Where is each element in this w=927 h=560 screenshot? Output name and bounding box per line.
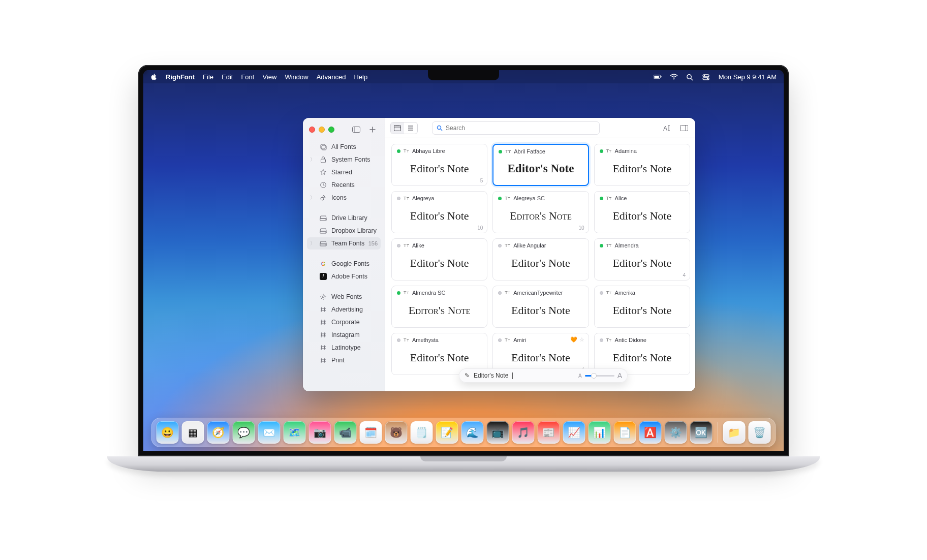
dock-app-icon[interactable]: 💬 — [233, 421, 255, 444]
truetype-icon: Tᴛ — [404, 243, 409, 248]
sidebar-item-all-fonts[interactable]: All Fonts — [307, 141, 381, 153]
font-card[interactable]: TᴛAdaminaEditor's Note — [594, 144, 690, 186]
sidebar-item-starred[interactable]: Starred — [307, 166, 381, 178]
font-card[interactable]: TᴛAlikeEditor's Note — [391, 238, 487, 281]
font-card[interactable]: TᴛAbhaya LibreEditor's Note5 — [391, 144, 487, 186]
dock-app-icon[interactable]: 📺 — [487, 421, 509, 444]
toggle-inspector-icon[interactable] — [678, 122, 690, 134]
dock-app-icon[interactable]: 🗑️ — [749, 421, 771, 444]
font-toolbar: A — [385, 118, 695, 138]
sidebar-item-advertising[interactable]: Advertising — [307, 303, 381, 316]
font-name: Alike — [412, 242, 424, 248]
truetype-icon: Tᴛ — [606, 196, 612, 201]
dock-app-icon[interactable]: 🗺️ — [284, 421, 306, 444]
sidebar-item-adobe-fonts[interactable]: fAdobe Fonts — [307, 270, 381, 283]
battery-icon[interactable] — [654, 74, 662, 80]
truetype-icon: Tᴛ — [606, 290, 612, 295]
status-dot — [397, 197, 400, 200]
sidebar-item-print[interactable]: Print — [307, 354, 381, 366]
dock-app-icon[interactable]: 🅰️ — [639, 421, 662, 444]
sidebar-item-google-fonts[interactable]: GGoogle Fonts — [307, 258, 381, 270]
font-card[interactable]: TᴛAliceEditor's Note — [594, 191, 690, 233]
apple-menu[interactable] — [150, 73, 158, 80]
dock-app-icon[interactable]: 🌊 — [461, 421, 484, 444]
font-name: Antic Didone — [615, 337, 646, 343]
dock-app-icon[interactable]: ⚙️ — [665, 421, 687, 444]
dock-app-icon[interactable]: 🐻 — [385, 421, 408, 444]
preview-size-slider[interactable] — [585, 375, 614, 377]
menubar-clock[interactable]: Mon Sep 9 9:41 AM — [719, 73, 777, 81]
dock-app-icon[interactable]: 😀 — [157, 421, 179, 444]
sidebar-item-corporate[interactable]: Corporate — [307, 316, 381, 328]
add-button[interactable] — [366, 123, 379, 136]
control-center-icon[interactable] — [702, 74, 710, 80]
dock-app-icon[interactable]: 📁 — [723, 421, 746, 444]
sidebar-item-recents[interactable]: Recents — [307, 179, 381, 191]
font-card[interactable]: TᴛAlmendraEditor's Note4 — [594, 238, 690, 281]
sidebar-item-system-fonts[interactable]: 〉System Fonts — [307, 153, 381, 166]
svg-rect-33 — [681, 125, 688, 131]
menubar-app-name[interactable]: RighFont — [166, 73, 195, 81]
dock-app-icon[interactable]: 📝 — [436, 421, 458, 444]
svg-point-3 — [673, 79, 674, 80]
menu-font[interactable]: Font — [241, 73, 254, 81]
spotlight-icon[interactable] — [686, 74, 694, 80]
dock-app-icon[interactable]: 📹 — [334, 421, 357, 444]
sidebar-item-web-fonts[interactable]: Web Fonts — [307, 291, 381, 303]
font-card[interactable]: TᴛAlegreyaEditor's Note10 — [391, 191, 487, 233]
dock-app-icon[interactable]: 📷 — [309, 421, 331, 444]
dock-app-icon[interactable]: 🗓️ — [360, 421, 382, 444]
menu-view[interactable]: View — [262, 73, 276, 81]
dock-app-icon[interactable]: 🆗 — [690, 421, 713, 444]
menu-edit[interactable]: Edit — [222, 73, 233, 81]
view-list-button[interactable] — [404, 122, 417, 134]
dock-app-icon[interactable]: 📰 — [538, 421, 560, 444]
toggle-sidebar-icon[interactable] — [350, 123, 362, 136]
sidebar-item-latinotype[interactable]: Latinotype — [307, 341, 381, 354]
dock-app-icon[interactable]: 🗒️ — [411, 421, 433, 444]
sidebar-item-dropbox-library[interactable]: Dropbox Library — [307, 225, 381, 237]
dock-app-icon[interactable]: 📈 — [563, 421, 585, 444]
view-grid-button[interactable] — [391, 122, 404, 134]
font-name: Adamina — [615, 148, 637, 154]
wifi-icon[interactable] — [670, 74, 678, 80]
dock-app-icon[interactable]: 🧭 — [207, 421, 230, 444]
svg-rect-1 — [654, 76, 659, 78]
font-card[interactable]: TᴛAmericanTypewriterEditor's Note — [492, 286, 589, 328]
sidebar-item-drive-library[interactable]: Drive Library — [307, 212, 381, 224]
menu-help[interactable]: Help — [354, 73, 367, 81]
font-card[interactable]: TᴛAmerikaEditor's Note — [594, 286, 690, 328]
dock-app-icon[interactable]: 📄 — [614, 421, 636, 444]
font-card[interactable]: TᴛAlmendra SCEditor's Note — [391, 286, 487, 328]
dock-app-icon[interactable]: ✉️ — [258, 421, 281, 444]
edit-icon: ✎ — [465, 372, 470, 379]
sidebar-item-team-fonts[interactable]: 〉Team Fonts156 — [307, 237, 381, 250]
star-icon: ☆ — [579, 336, 584, 343]
window-close-button[interactable] — [309, 127, 315, 133]
search-input[interactable] — [446, 122, 595, 134]
font-preview-text: Editor's Note — [600, 210, 685, 222]
font-card[interactable]: TᴛAbril FatfaceEditor's Note — [492, 144, 589, 186]
menu-window[interactable]: Window — [285, 73, 308, 81]
dock-app-icon[interactable]: 📊 — [589, 421, 611, 444]
font-card[interactable]: TᴛAlegreya SCEditor's Note10 — [492, 191, 589, 233]
sidebar-item-instagram[interactable]: Instagram — [307, 329, 381, 341]
font-style-count: 10 — [477, 225, 483, 231]
dock-app-icon[interactable]: 🎵 — [512, 421, 535, 444]
sidebar-item-icons[interactable]: 〉Icons — [307, 192, 381, 204]
dock-app-icon[interactable]: ▦ — [182, 421, 204, 444]
font-card[interactable]: TᴛAlike AngularEditor's Note — [492, 238, 589, 281]
window-zoom-button[interactable] — [328, 127, 334, 133]
chevron-right-icon: 〉 — [310, 240, 315, 247]
font-name: Alegreya SC — [513, 195, 545, 201]
preview-text-button[interactable]: A — [661, 122, 673, 134]
search-field[interactable] — [432, 121, 600, 135]
sidebar-item-label: Starred — [331, 169, 352, 176]
svg-point-22 — [325, 244, 325, 245]
window-minimize-button[interactable] — [319, 127, 325, 133]
menu-advanced[interactable]: Advanced — [317, 73, 346, 81]
preview-text-popup[interactable]: ✎ Editor's Note A A — [459, 368, 628, 383]
font-name: Alice — [615, 195, 627, 201]
badge-icon: 🧡 — [570, 336, 577, 343]
menu-file[interactable]: File — [203, 73, 213, 81]
